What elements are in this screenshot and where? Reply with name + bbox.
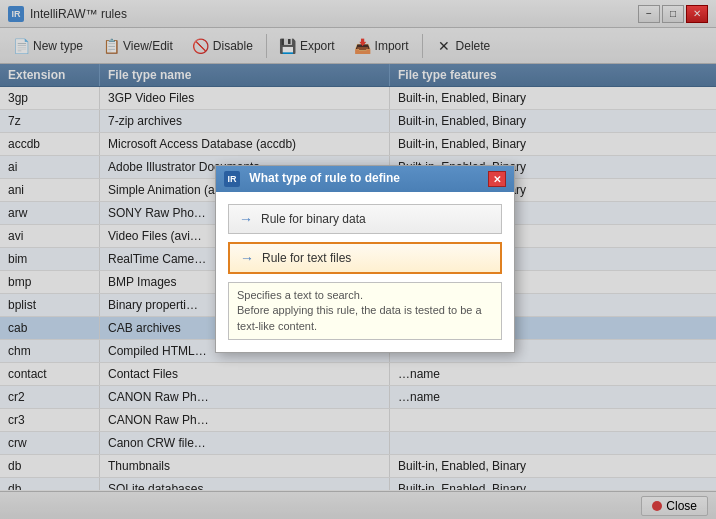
modal-title-left: IR What type of rule to define: [224, 171, 400, 187]
tooltip-line2: Before applying this rule, the data is t…: [237, 303, 493, 334]
modal-dialog: IR What type of rule to define ✕ → Rule …: [215, 165, 515, 353]
modal-overlay: IR What type of rule to define ✕ → Rule …: [0, 0, 716, 519]
modal-app-icon: IR: [224, 171, 240, 187]
modal-title-text: What type of rule to define: [249, 171, 400, 185]
tooltip-line1: Specifies a text to search.: [237, 288, 493, 303]
modal-title-bar: IR What type of rule to define ✕: [216, 166, 514, 192]
rule-binary-button[interactable]: → Rule for binary data: [228, 204, 502, 234]
modal-close-button[interactable]: ✕: [488, 171, 506, 187]
rule-text-button[interactable]: → Rule for text files: [228, 242, 502, 274]
binary-arrow-icon: →: [239, 211, 253, 227]
modal-body: → Rule for binary data → Rule for text f…: [216, 192, 514, 352]
modal-tooltip: Specifies a text to search. Before apply…: [228, 282, 502, 340]
text-arrow-icon: →: [240, 250, 254, 266]
